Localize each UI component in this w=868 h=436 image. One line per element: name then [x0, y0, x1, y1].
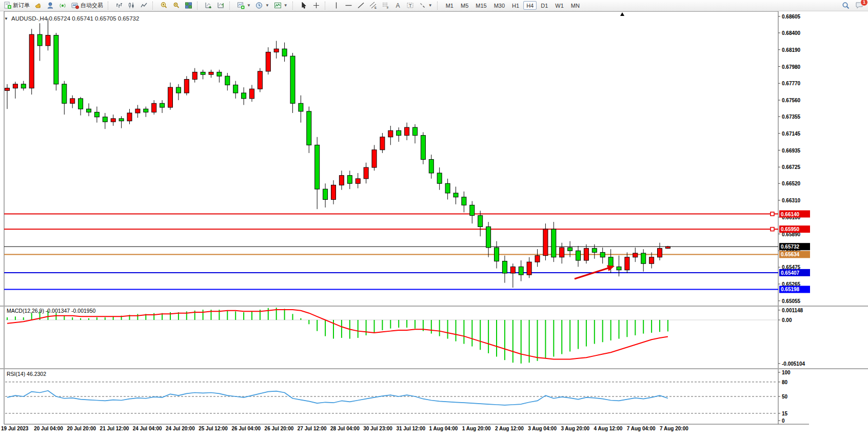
pane-separator[interactable]	[0, 306, 868, 307]
candle-body[interactable]	[397, 130, 401, 135]
candle-body[interactable]	[437, 173, 442, 183]
timeframe-button-D1[interactable]: D1	[538, 1, 551, 10]
candle-body[interactable]	[46, 35, 50, 46]
candle-body[interactable]	[299, 103, 303, 111]
timeframe-button-H1[interactable]: H1	[509, 1, 522, 10]
candle-body[interactable]	[617, 267, 621, 270]
candle-body[interactable]	[119, 119, 124, 121]
candle-body[interactable]	[658, 249, 662, 257]
candle-body[interactable]	[347, 176, 352, 184]
candle-body[interactable]	[78, 99, 83, 109]
horn-button[interactable]	[32, 1, 44, 10]
candle-body[interactable]	[111, 119, 115, 122]
candle-body[interactable]	[445, 183, 450, 193]
candle-body[interactable]	[242, 93, 246, 99]
channel-tool-button[interactable]: E	[367, 1, 379, 10]
timeframe-button-M1[interactable]: M1	[443, 1, 457, 10]
templates-button[interactable]: ▼	[272, 1, 290, 10]
candle-body[interactable]	[388, 130, 393, 137]
trendline-tool-button[interactable]	[355, 1, 367, 10]
candle-body[interactable]	[665, 247, 670, 248]
candle-body[interactable]	[201, 72, 205, 74]
chart-shift-button[interactable]	[215, 1, 227, 10]
candle-body[interactable]	[331, 185, 336, 199]
horizontal-line-tool-button[interactable]	[343, 1, 354, 10]
autotrading-button[interactable]: 自动交易	[69, 1, 105, 10]
candle-body[interactable]	[184, 79, 189, 93]
candle-body[interactable]	[576, 251, 581, 260]
pane-separator[interactable]	[0, 368, 868, 369]
candle-body[interactable]	[641, 253, 646, 263]
timeframe-button-MN[interactable]: MN	[568, 1, 583, 10]
candle-body[interactable]	[176, 87, 181, 93]
timeframe-button-M30[interactable]: M30	[491, 1, 508, 10]
timeframe-button-W1[interactable]: W1	[552, 1, 567, 10]
cursor-tool-button[interactable]	[298, 1, 310, 10]
candle-body[interactable]	[380, 137, 385, 150]
community-button[interactable]	[45, 1, 56, 10]
candle-body[interactable]	[462, 197, 466, 205]
candle-body[interactable]	[551, 229, 556, 257]
candle-body[interactable]	[649, 257, 654, 263]
candle-body[interactable]	[413, 127, 418, 136]
candle-body[interactable]	[103, 117, 107, 122]
new-order-button[interactable]: 新订单	[2, 1, 32, 10]
candle-body[interactable]	[633, 253, 638, 257]
candle-body[interactable]	[94, 112, 99, 117]
candle-body[interactable]	[13, 84, 17, 88]
search-icon[interactable]	[842, 2, 850, 10]
hline-drag-handle[interactable]	[771, 212, 774, 216]
candle-body[interactable]	[519, 267, 523, 275]
candle-body[interactable]	[152, 103, 156, 112]
candle-body[interactable]	[486, 227, 491, 248]
candle-body[interactable]	[62, 84, 67, 103]
new-chart-button[interactable]: ▼	[235, 1, 253, 10]
candle-body[interactable]	[266, 52, 270, 71]
candle-body[interactable]	[5, 88, 10, 91]
candle-body[interactable]	[429, 159, 433, 173]
candle-body[interactable]	[543, 229, 548, 255]
candle-body[interactable]	[21, 84, 26, 88]
candle-body[interactable]	[535, 256, 540, 262]
fibonacci-tool-button[interactable]: F	[380, 1, 391, 10]
candle-body[interactable]	[608, 257, 613, 267]
hline-drag-handle[interactable]	[771, 228, 774, 231]
candle-body[interactable]	[274, 49, 279, 52]
candlestick-chart-button[interactable]	[126, 1, 137, 10]
zoom-out-button[interactable]	[170, 1, 182, 10]
candle-body[interactable]	[421, 136, 425, 160]
bar-chart-button[interactable]	[113, 1, 125, 10]
candle-body[interactable]	[364, 167, 368, 179]
timeframe-button-H4[interactable]: H4	[523, 1, 537, 10]
line-chart-button[interactable]	[138, 1, 150, 10]
candle-body[interactable]	[70, 99, 75, 103]
vertical-line-tool-button[interactable]	[330, 1, 342, 10]
candle-body[interactable]	[568, 248, 573, 251]
candle-body[interactable]	[250, 89, 254, 99]
candle-body[interactable]	[192, 72, 197, 79]
signals-button[interactable]	[57, 1, 69, 10]
profiles-button[interactable]: ▼	[253, 1, 271, 10]
candle-body[interactable]	[315, 145, 320, 189]
candle-body[interactable]	[307, 111, 311, 145]
candle-body[interactable]	[339, 176, 344, 185]
zoom-in-button[interactable]	[158, 1, 170, 10]
candle-body[interactable]	[54, 35, 58, 84]
timeframe-button-M5[interactable]: M5	[458, 1, 471, 10]
candle-body[interactable]	[592, 249, 597, 253]
tile-windows-button[interactable]	[183, 1, 194, 10]
candle-body[interactable]	[160, 103, 165, 107]
candle-body[interactable]	[217, 72, 222, 76]
candle-body[interactable]	[209, 72, 213, 74]
timeframe-button-M15[interactable]: M15	[472, 1, 489, 10]
notifications-button[interactable]: 1	[855, 1, 864, 10]
candle-body[interactable]	[478, 216, 483, 227]
candle-body[interactable]	[233, 85, 238, 93]
candle-body[interactable]	[258, 71, 262, 89]
auto-scroll-button[interactable]	[203, 1, 214, 10]
chart-canvas[interactable]: 0.686050.684000.681900.679800.677700.675…	[0, 11, 868, 436]
candle-body[interactable]	[453, 193, 458, 197]
candle-body[interactable]	[29, 34, 34, 88]
text-label-tool-button[interactable]: T	[404, 1, 416, 10]
candle-body[interactable]	[584, 249, 588, 260]
